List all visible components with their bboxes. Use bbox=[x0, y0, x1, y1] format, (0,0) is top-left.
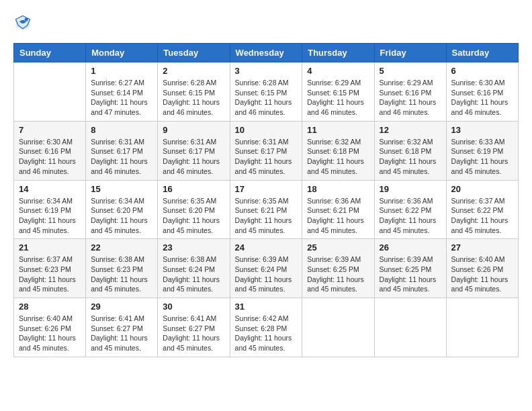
calendar-cell: 13Sunrise: 6:33 AMSunset: 6:19 PMDayligh… bbox=[446, 121, 518, 180]
day-number: 12 bbox=[380, 125, 441, 135]
cell-details: Sunrise: 6:32 AMSunset: 6:18 PMDaylight:… bbox=[380, 137, 441, 177]
calendar-week-row: 1Sunrise: 6:27 AMSunset: 6:14 PMDaylight… bbox=[14, 62, 519, 122]
cell-details: Sunrise: 6:30 AMSunset: 6:16 PMDaylight:… bbox=[19, 137, 81, 177]
calendar-cell: 6Sunrise: 6:30 AMSunset: 6:16 PMDaylight… bbox=[446, 62, 518, 122]
logo-icon bbox=[13, 13, 32, 32]
cell-details: Sunrise: 6:29 AMSunset: 6:16 PMDaylight:… bbox=[380, 78, 441, 118]
calendar-cell bbox=[446, 298, 518, 357]
day-number: 30 bbox=[163, 302, 224, 312]
cell-details: Sunrise: 6:38 AMSunset: 6:24 PMDaylight:… bbox=[163, 255, 224, 294]
calendar-cell: 9Sunrise: 6:31 AMSunset: 6:17 PMDaylight… bbox=[158, 121, 230, 180]
cell-details: Sunrise: 6:28 AMSunset: 6:15 PMDaylight:… bbox=[235, 78, 298, 118]
day-number: 1 bbox=[91, 66, 152, 76]
calendar-cell: 23Sunrise: 6:38 AMSunset: 6:24 PMDayligh… bbox=[158, 239, 230, 298]
cell-details: Sunrise: 6:37 AMSunset: 6:22 PMDaylight:… bbox=[451, 196, 513, 236]
cell-details: Sunrise: 6:35 AMSunset: 6:20 PMDaylight:… bbox=[163, 196, 224, 236]
calendar-cell: 17Sunrise: 6:35 AMSunset: 6:21 PMDayligh… bbox=[230, 180, 302, 239]
day-number: 2 bbox=[163, 66, 224, 76]
page-header bbox=[13, 13, 519, 32]
cell-details: Sunrise: 6:36 AMSunset: 6:21 PMDaylight:… bbox=[307, 196, 369, 236]
day-number: 29 bbox=[91, 302, 152, 312]
calendar-cell: 11Sunrise: 6:32 AMSunset: 6:18 PMDayligh… bbox=[302, 121, 374, 180]
calendar-cell: 15Sunrise: 6:34 AMSunset: 6:20 PMDayligh… bbox=[86, 180, 158, 239]
day-number: 10 bbox=[235, 125, 298, 135]
cell-details: Sunrise: 6:36 AMSunset: 6:22 PMDaylight:… bbox=[380, 196, 441, 236]
calendar-cell: 20Sunrise: 6:37 AMSunset: 6:22 PMDayligh… bbox=[446, 180, 518, 239]
day-number: 8 bbox=[91, 125, 152, 135]
calendar-week-row: 14Sunrise: 6:34 AMSunset: 6:19 PMDayligh… bbox=[14, 180, 519, 239]
cell-details: Sunrise: 6:39 AMSunset: 6:24 PMDaylight:… bbox=[235, 255, 298, 294]
calendar-cell: 5Sunrise: 6:29 AMSunset: 6:16 PMDaylight… bbox=[374, 62, 446, 122]
day-header-friday: Friday bbox=[374, 44, 446, 62]
cell-details: Sunrise: 6:39 AMSunset: 6:25 PMDaylight:… bbox=[307, 255, 369, 294]
cell-details: Sunrise: 6:40 AMSunset: 6:26 PMDaylight:… bbox=[19, 314, 81, 353]
cell-details: Sunrise: 6:39 AMSunset: 6:25 PMDaylight:… bbox=[380, 255, 441, 294]
day-header-saturday: Saturday bbox=[446, 44, 518, 62]
calendar-cell: 29Sunrise: 6:41 AMSunset: 6:27 PMDayligh… bbox=[86, 298, 158, 357]
cell-details: Sunrise: 6:40 AMSunset: 6:26 PMDaylight:… bbox=[451, 255, 513, 294]
calendar-cell: 14Sunrise: 6:34 AMSunset: 6:19 PMDayligh… bbox=[14, 180, 86, 239]
day-number: 15 bbox=[91, 184, 152, 194]
day-number: 13 bbox=[451, 125, 513, 135]
cell-details: Sunrise: 6:32 AMSunset: 6:18 PMDaylight:… bbox=[307, 137, 369, 177]
day-number: 20 bbox=[451, 184, 513, 194]
calendar-cell: 26Sunrise: 6:39 AMSunset: 6:25 PMDayligh… bbox=[374, 239, 446, 298]
day-number: 31 bbox=[235, 302, 298, 312]
cell-details: Sunrise: 6:35 AMSunset: 6:21 PMDaylight:… bbox=[235, 196, 298, 236]
cell-details: Sunrise: 6:33 AMSunset: 6:19 PMDaylight:… bbox=[451, 137, 513, 177]
day-number: 27 bbox=[451, 242, 513, 253]
calendar-header-row: SundayMondayTuesdayWednesdayThursdayFrid… bbox=[14, 44, 519, 62]
day-number: 21 bbox=[19, 242, 81, 253]
day-number: 25 bbox=[307, 242, 369, 253]
day-number: 11 bbox=[307, 125, 369, 135]
calendar-cell: 8Sunrise: 6:31 AMSunset: 6:17 PMDaylight… bbox=[86, 121, 158, 180]
day-number: 22 bbox=[91, 242, 152, 253]
calendar-cell: 1Sunrise: 6:27 AMSunset: 6:14 PMDaylight… bbox=[86, 62, 158, 122]
calendar-week-row: 21Sunrise: 6:37 AMSunset: 6:23 PMDayligh… bbox=[14, 239, 519, 298]
cell-details: Sunrise: 6:27 AMSunset: 6:14 PMDaylight:… bbox=[91, 78, 152, 118]
calendar-cell: 24Sunrise: 6:39 AMSunset: 6:24 PMDayligh… bbox=[230, 239, 302, 298]
day-number: 4 bbox=[307, 66, 369, 76]
cell-details: Sunrise: 6:30 AMSunset: 6:16 PMDaylight:… bbox=[451, 78, 513, 118]
calendar-cell: 16Sunrise: 6:35 AMSunset: 6:20 PMDayligh… bbox=[158, 180, 230, 239]
day-header-wednesday: Wednesday bbox=[230, 44, 302, 62]
calendar-cell: 22Sunrise: 6:38 AMSunset: 6:23 PMDayligh… bbox=[86, 239, 158, 298]
day-header-monday: Monday bbox=[86, 44, 158, 62]
day-number: 18 bbox=[307, 184, 369, 194]
day-number: 23 bbox=[163, 242, 224, 253]
calendar-table: SundayMondayTuesdayWednesdayThursdayFrid… bbox=[13, 43, 519, 357]
calendar-cell: 18Sunrise: 6:36 AMSunset: 6:21 PMDayligh… bbox=[302, 180, 374, 239]
calendar-cell: 25Sunrise: 6:39 AMSunset: 6:25 PMDayligh… bbox=[302, 239, 374, 298]
day-number: 28 bbox=[19, 302, 81, 312]
calendar-cell: 12Sunrise: 6:32 AMSunset: 6:18 PMDayligh… bbox=[374, 121, 446, 180]
cell-details: Sunrise: 6:42 AMSunset: 6:28 PMDaylight:… bbox=[235, 314, 298, 353]
day-number: 14 bbox=[19, 184, 81, 194]
cell-details: Sunrise: 6:29 AMSunset: 6:15 PMDaylight:… bbox=[307, 78, 369, 118]
calendar-cell: 7Sunrise: 6:30 AMSunset: 6:16 PMDaylight… bbox=[14, 121, 86, 180]
calendar-cell bbox=[14, 62, 86, 122]
svg-point-2 bbox=[25, 17, 28, 21]
calendar-week-row: 7Sunrise: 6:30 AMSunset: 6:16 PMDaylight… bbox=[14, 121, 519, 180]
cell-details: Sunrise: 6:34 AMSunset: 6:20 PMDaylight:… bbox=[91, 196, 152, 236]
cell-details: Sunrise: 6:37 AMSunset: 6:23 PMDaylight:… bbox=[19, 255, 81, 294]
calendar-cell: 4Sunrise: 6:29 AMSunset: 6:15 PMDaylight… bbox=[302, 62, 374, 122]
day-number: 17 bbox=[235, 184, 298, 194]
calendar-cell: 27Sunrise: 6:40 AMSunset: 6:26 PMDayligh… bbox=[446, 239, 518, 298]
calendar-cell: 2Sunrise: 6:28 AMSunset: 6:15 PMDaylight… bbox=[158, 62, 230, 122]
cell-details: Sunrise: 6:28 AMSunset: 6:15 PMDaylight:… bbox=[163, 78, 224, 118]
day-number: 16 bbox=[163, 184, 224, 194]
cell-details: Sunrise: 6:31 AMSunset: 6:17 PMDaylight:… bbox=[163, 137, 224, 177]
calendar-cell: 3Sunrise: 6:28 AMSunset: 6:15 PMDaylight… bbox=[230, 62, 302, 122]
logo bbox=[13, 13, 35, 32]
day-number: 26 bbox=[380, 242, 441, 253]
day-number: 6 bbox=[451, 66, 513, 76]
day-header-sunday: Sunday bbox=[14, 44, 86, 62]
day-number: 19 bbox=[380, 184, 441, 194]
calendar-cell bbox=[302, 298, 374, 357]
cell-details: Sunrise: 6:41 AMSunset: 6:27 PMDaylight:… bbox=[163, 314, 224, 353]
calendar-cell: 21Sunrise: 6:37 AMSunset: 6:23 PMDayligh… bbox=[14, 239, 86, 298]
calendar-week-row: 28Sunrise: 6:40 AMSunset: 6:26 PMDayligh… bbox=[14, 298, 519, 357]
day-number: 5 bbox=[380, 66, 441, 76]
calendar-cell: 10Sunrise: 6:31 AMSunset: 6:17 PMDayligh… bbox=[230, 121, 302, 180]
cell-details: Sunrise: 6:41 AMSunset: 6:27 PMDaylight:… bbox=[91, 314, 152, 353]
